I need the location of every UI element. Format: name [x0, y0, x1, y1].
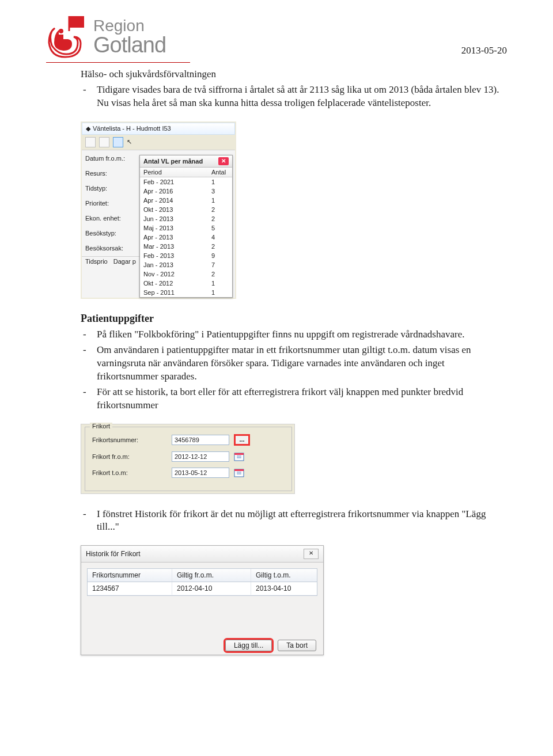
- popup-row[interactable]: Okt - 20121: [140, 279, 232, 288]
- history-row[interactable]: 12345672012-04-102013-04-10: [88, 582, 317, 595]
- popup-row[interactable]: Feb - 20139: [140, 251, 232, 260]
- popup-cell-period: Feb - 2013: [140, 251, 208, 260]
- popup-row[interactable]: Mar - 20132: [140, 242, 232, 251]
- window-title-bar: ◆ Väntelista - H - Hudmott I53: [82, 123, 235, 135]
- intro-bullet: Tidigare visades bara de två siffrorna i…: [97, 83, 507, 110]
- filter-label: Tidstyp:: [85, 185, 136, 192]
- popup-cell-antal: 9: [208, 251, 232, 260]
- popup-cell-period: Jun - 2013: [140, 214, 208, 223]
- patient-bullet-1: På fliken "Folkbokföring" i Patientuppgi…: [97, 328, 507, 341]
- add-button[interactable]: Lägg till...: [225, 640, 272, 651]
- frikort-row: Frikort t.o.m:2013-05-12: [92, 468, 285, 478]
- frikort-label: Frikortsnummer:: [92, 436, 167, 443]
- frikort-label: Frikort t.o.m:: [92, 469, 167, 476]
- toolbar-icon-2[interactable]: [99, 137, 109, 147]
- logo-text-line1: Region: [93, 18, 166, 34]
- history-cell: 1234567: [88, 582, 172, 595]
- popup-cell-period: Jan - 2013: [140, 260, 208, 269]
- popup-cell-period: Mar - 2013: [140, 242, 208, 251]
- header-divider: [46, 62, 190, 63]
- popup-cell-antal: 1: [208, 177, 232, 187]
- document-date: 2013-05-20: [461, 45, 507, 56]
- popup-cell-antal: 2: [208, 242, 232, 251]
- frikort-row: Frikortsnummer:3456789...: [92, 434, 285, 446]
- popup-cell-antal: 4: [208, 233, 232, 242]
- section-title-patientuppgifter: Patientuppgifter: [81, 313, 507, 325]
- screenshot-frikort: Frikort Frikortsnummer:3456789...Frikort…: [81, 424, 295, 494]
- department-subheading: Hälso- och sjukvårdsförvaltningen: [81, 69, 507, 80]
- popup-antal-vl: Antal VL per månad ✕ Period Antal Feb - …: [139, 155, 233, 298]
- frikort-value[interactable]: 3456789: [172, 435, 229, 445]
- gotland-logo-icon: [46, 14, 86, 60]
- svg-rect-8: [234, 469, 244, 471]
- popup-row[interactable]: Maj - 20135: [140, 223, 232, 233]
- toolbar-icon-selected[interactable]: [113, 137, 123, 147]
- frikort-label: Frikort fr.o.m:: [92, 453, 167, 460]
- window-title: Väntelista - H - Hudmott I53: [93, 125, 171, 132]
- group-legend-frikort: Frikort: [90, 423, 112, 430]
- col-giltig-tom: Giltig t.o.m.: [251, 569, 317, 582]
- close-icon[interactable]: ✕: [218, 157, 229, 165]
- popup-cell-period: Nov - 2012: [140, 269, 208, 279]
- screenshot-historik: Historik för Frikort ✕ Frikortsnummer Gi…: [81, 545, 324, 655]
- col-giltig-from: Giltig fr.o.m.: [172, 569, 251, 582]
- logo-text-line2: Gotland: [93, 34, 166, 56]
- popup-cell-antal: 5: [208, 223, 232, 233]
- intro-bullet-list: Tidigare visades bara de två siffrorna i…: [81, 83, 507, 110]
- popup-cell-antal: 2: [208, 214, 232, 223]
- svg-rect-0: [69, 16, 84, 28]
- popup-cell-period: Apr - 2014: [140, 196, 208, 205]
- popup-row[interactable]: Apr - 20163: [140, 187, 232, 196]
- historik-bullet-list: I fönstret Historik för frikort är det n…: [81, 508, 507, 534]
- filter-label: Prioritet:: [85, 200, 136, 207]
- popup-row[interactable]: Feb - 20211: [140, 177, 232, 187]
- popup-row[interactable]: Sep - 20111: [140, 288, 232, 297]
- popup-cell-antal: 3: [208, 187, 232, 196]
- svg-point-2: [59, 29, 63, 33]
- popup-row[interactable]: Jan - 20137: [140, 260, 232, 269]
- popup-cell-period: Sep - 2011: [140, 288, 208, 297]
- filter-label: Besöksorsak:: [85, 245, 136, 252]
- popup-col-period: Period: [140, 168, 208, 177]
- popup-title: Antal VL per månad: [143, 158, 203, 165]
- popup-row[interactable]: Okt - 20132: [140, 205, 232, 214]
- svg-rect-4: [234, 453, 244, 455]
- popup-cell-antal: 2: [208, 205, 232, 214]
- popup-cell-period: Apr - 2016: [140, 187, 208, 196]
- dots-button[interactable]: ...: [234, 434, 250, 446]
- popup-cell-antal: 1: [208, 279, 232, 288]
- filter-label: Besökstyp:: [85, 230, 136, 237]
- popup-cell-period: Okt - 2012: [140, 279, 208, 288]
- popup-row[interactable]: Jun - 20132: [140, 214, 232, 223]
- window-app-icon: ◆: [86, 125, 90, 132]
- frikort-value[interactable]: 2013-05-12: [172, 468, 229, 478]
- screenshot-vantelista: ◆ Väntelista - H - Hudmott I53 ↖ Datum f…: [81, 121, 236, 299]
- filter-label: Ekon. enhet:: [85, 215, 136, 222]
- filter-label: Resurs:: [85, 170, 136, 177]
- popup-row[interactable]: Apr - 20134: [140, 233, 232, 242]
- filter-label: Datum fr.o.m.:: [85, 155, 136, 162]
- toolbar: ↖: [82, 135, 235, 150]
- logo: Region Gotland: [46, 14, 166, 60]
- bottom-label: Dagar p: [113, 258, 136, 265]
- popup-cell-period: Maj - 2013: [140, 223, 208, 233]
- frikort-value[interactable]: 2012-12-12: [172, 451, 229, 462]
- calendar-icon[interactable]: [234, 451, 244, 462]
- patient-bullet-2: Om användaren i patientuppgifter matar i…: [97, 344, 507, 383]
- calendar-icon[interactable]: [234, 468, 244, 478]
- popup-cell-antal: 7: [208, 260, 232, 269]
- cursor-icon: ↖: [127, 138, 132, 146]
- popup-cell-antal: 1: [208, 196, 232, 205]
- popup-row[interactable]: Apr - 20141: [140, 196, 232, 205]
- popup-row[interactable]: Nov - 20122: [140, 269, 232, 279]
- dialog-close-icon[interactable]: ✕: [304, 549, 319, 559]
- popup-cell-antal: 1: [208, 288, 232, 297]
- toolbar-icon-1[interactable]: [85, 137, 96, 147]
- popup-cell-period: Feb - 2021: [140, 177, 208, 187]
- history-cell: 2013-04-10: [251, 582, 317, 595]
- patient-bullet-3: För att se historik, ta bort eller för a…: [97, 386, 507, 412]
- popup-cell-period: Apr - 2013: [140, 233, 208, 242]
- popup-cell-antal: 2: [208, 269, 232, 279]
- remove-button[interactable]: Ta bort: [278, 640, 316, 651]
- popup-cell-period: Okt - 2013: [140, 205, 208, 214]
